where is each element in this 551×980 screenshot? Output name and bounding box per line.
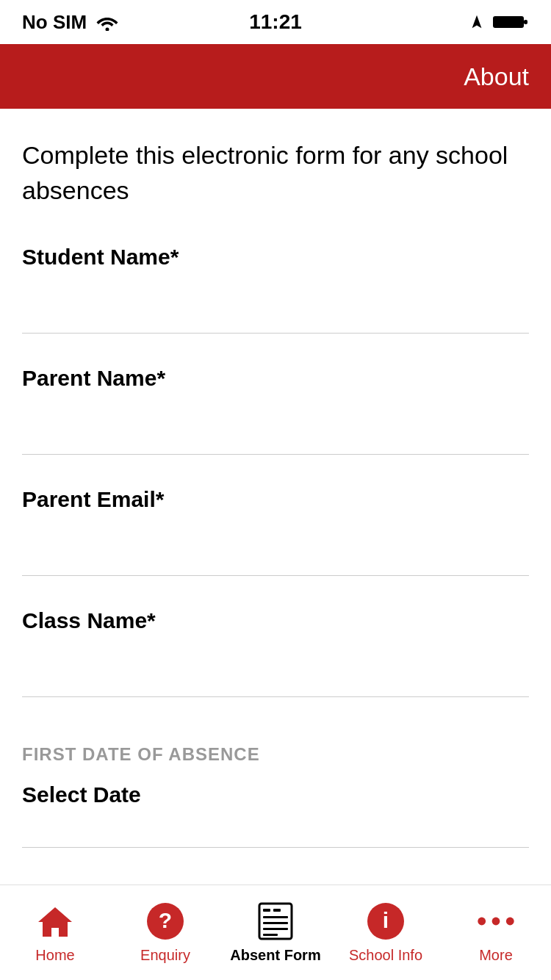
student-name-input[interactable] [22,292,529,334]
tab-enquiry-label: Enquiry [140,947,190,964]
header-bar: About [0,44,551,109]
question-icon: ? [145,901,185,941]
more-icon [476,901,516,941]
tab-more-label: More [479,947,513,964]
svg-point-14 [478,918,486,926]
parent-name-label: Parent Name* [22,366,529,391]
parent-email-label: Parent Email* [22,487,529,512]
svg-point-15 [492,918,500,926]
home-icon [35,901,75,941]
tab-absent-form-label: Absent Form [230,947,320,964]
svg-rect-10 [263,928,288,930]
school-info-icon: i [366,901,406,941]
select-date-label: Select Date [22,782,529,807]
time-display: 11:21 [249,10,302,34]
location-icon [469,14,485,30]
tab-school-info[interactable]: i School Info [331,901,441,964]
parent-name-field: Parent Name* [22,366,529,487]
student-name-label: Student Name* [22,245,529,270]
svg-rect-2 [524,20,527,24]
about-button[interactable]: About [464,62,529,91]
tab-school-info-label: School Info [349,947,422,964]
tab-home[interactable]: Home [0,901,110,964]
parent-email-input[interactable] [22,534,529,576]
tab-enquiry[interactable]: ? Enquiry [110,901,220,964]
student-name-field: Student Name* [22,245,529,366]
svg-rect-7 [273,909,281,912]
tab-bar: Home ? Enquiry Absent Form [0,884,551,980]
parent-email-field: Parent Email* [22,487,529,608]
class-name-field: Class Name* [22,608,529,729]
svg-rect-8 [263,916,288,918]
class-name-input[interactable] [22,655,529,697]
carrier-label: No SIM [22,11,87,34]
tab-more[interactable]: More [441,901,551,964]
main-content: Complete this electronic form for any sc… [0,109,551,848]
absent-form-icon [256,901,295,941]
date-divider [22,829,529,848]
status-bar: No SIM 11:21 [0,0,551,44]
svg-rect-6 [263,909,270,912]
tab-home-label: Home [35,947,74,964]
class-name-label: Class Name* [22,608,529,633]
svg-text:i: i [383,908,389,932]
status-right [469,13,529,31]
absence-date-section: FIRST DATE OF ABSENCE Select Date [22,744,529,848]
wifi-icon [96,13,119,31]
tab-absent-form[interactable]: Absent Form [220,901,331,964]
svg-point-0 [106,28,109,32]
svg-rect-9 [263,922,288,924]
svg-point-16 [506,918,514,926]
parent-name-input[interactable] [22,413,529,455]
svg-rect-11 [263,934,278,936]
svg-rect-1 [493,16,524,28]
form-description: Complete this electronic form for any sc… [22,138,529,208]
status-left: No SIM [22,11,119,34]
svg-text:?: ? [159,908,172,932]
battery-icon [492,13,529,31]
absence-section-label: FIRST DATE OF ABSENCE [22,744,529,765]
